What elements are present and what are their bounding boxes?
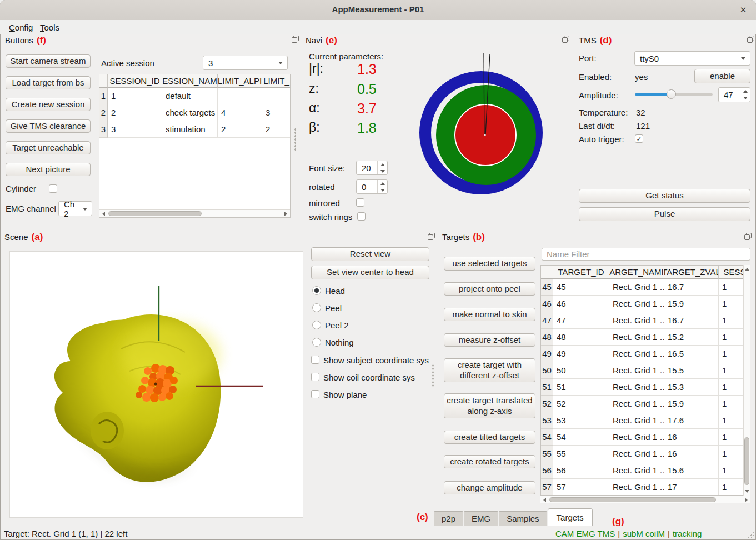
table-cell[interactable]: Rect. Grid 1 … xyxy=(609,362,664,379)
radio-peel[interactable] xyxy=(312,303,321,312)
table-cell[interactable]: 2 xyxy=(218,121,262,138)
row-header[interactable]: 46 xyxy=(541,296,553,312)
table-cell[interactable]: check targets xyxy=(162,104,218,121)
radio-head[interactable] xyxy=(312,286,321,295)
radio-nothing[interactable] xyxy=(312,338,321,347)
next-picture-button[interactable]: Next picture xyxy=(6,163,91,176)
create-new-session-button[interactable]: Create new session xyxy=(6,98,91,111)
table-row[interactable]: 11default xyxy=(99,88,290,104)
row-header[interactable]: 3 xyxy=(99,121,108,138)
table-cell[interactable]: 46 xyxy=(553,296,609,312)
tab-p2p[interactable]: p2p xyxy=(434,511,463,526)
table-cell[interactable]: 45 xyxy=(553,279,609,296)
create-target-translated-along-z-axis-button[interactable]: create target translated along z-axis xyxy=(444,393,535,418)
scrollbar-thumb[interactable] xyxy=(744,437,749,485)
table-cell[interactable]: Rect. Grid 1 … xyxy=(609,279,664,296)
spin-up-icon[interactable] xyxy=(740,88,750,95)
row-header[interactable]: 54 xyxy=(541,429,553,446)
table-cell[interactable]: Rect. Grid 1 … xyxy=(609,329,664,346)
amplitude-spinner[interactable]: 47 xyxy=(718,87,750,102)
scroll-left-icon[interactable] xyxy=(102,212,105,216)
row-header[interactable]: 53 xyxy=(541,412,553,429)
table-row[interactable]: 5656Rect. Grid 1 …15.61 xyxy=(541,462,750,479)
table-cell[interactable]: 47 xyxy=(553,312,609,329)
give-tms-clearance-button[interactable]: Give TMS clearance xyxy=(6,119,91,133)
name-filter-input[interactable] xyxy=(542,248,750,261)
spin-up-icon[interactable] xyxy=(378,161,387,168)
spin-down-icon[interactable] xyxy=(740,95,750,102)
table-cell[interactable]: Rect. Grid 1 … xyxy=(609,429,664,446)
change-amplitude-button[interactable]: change amplitude xyxy=(444,481,535,494)
float-dock-icon[interactable] xyxy=(428,233,435,240)
table-cell[interactable]: 49 xyxy=(553,346,609,362)
scroll-up-icon[interactable] xyxy=(745,268,749,271)
set-view-center-button[interactable]: Set view center to head xyxy=(311,266,429,279)
scroll-down-icon[interactable] xyxy=(745,490,749,493)
table-cell[interactable]: 16 xyxy=(664,446,719,462)
row-header[interactable]: 50 xyxy=(541,362,553,379)
table-cell[interactable]: 48 xyxy=(553,329,609,346)
table-cell[interactable]: default xyxy=(162,88,218,104)
row-header[interactable]: 1 xyxy=(99,88,108,104)
table-cell[interactable]: Rect. Grid 1 … xyxy=(609,312,664,329)
targets-table-hscrollbar[interactable] xyxy=(540,496,750,503)
table-cell[interactable]: 2 xyxy=(108,104,162,121)
spin-down-icon[interactable] xyxy=(378,187,387,193)
splitter-handle-horizontal[interactable] xyxy=(437,226,453,228)
table-cell[interactable]: 15.3 xyxy=(664,379,719,396)
emg-channel-select[interactable]: Ch 2 xyxy=(58,201,92,216)
create-rotated-targets-button[interactable]: create rotated targets xyxy=(444,455,535,468)
rotated-spinner[interactable]: 0 xyxy=(356,179,388,194)
table-row[interactable]: 5151Rect. Grid 1 …15.31 xyxy=(541,379,750,396)
create-target-with-different-z-offset-button[interactable]: create target with different z-offset xyxy=(444,358,535,382)
table-cell[interactable]: 15.9 xyxy=(664,396,719,412)
scene-3d-view[interactable] xyxy=(9,251,303,518)
table-cell[interactable]: stimulation xyxy=(162,121,218,138)
table-cell[interactable]: Rect. Grid 1 … xyxy=(609,296,664,312)
column-header-target-zval[interactable]: TARGET_ZVAL xyxy=(664,266,719,279)
resize-grip-icon[interactable] xyxy=(747,531,754,538)
column-header-row-number[interactable] xyxy=(99,74,108,88)
table-cell[interactable] xyxy=(262,88,291,104)
table-cell[interactable]: 50 xyxy=(553,362,609,379)
splitter-handle-vertical[interactable] xyxy=(432,364,434,387)
checkbox-show-coil-coordinate-sys[interactable] xyxy=(311,373,319,381)
table-cell[interactable]: 52 xyxy=(553,396,609,412)
targets-table[interactable]: TARGET_IDARGET_NAMITARGET_ZVALSESS4545Re… xyxy=(540,265,750,496)
use-selected-targets-button[interactable]: use selected targets xyxy=(444,257,535,271)
menu-item-tools[interactable]: Tools xyxy=(37,22,63,33)
table-cell[interactable]: 15.9 xyxy=(664,296,719,312)
project-onto-peel-button[interactable]: project onto peel xyxy=(444,282,535,296)
table-cell[interactable]: 57 xyxy=(553,479,609,496)
table-cell[interactable]: Rect. Grid 1 … xyxy=(609,479,664,496)
column-header-arget-nami[interactable]: ARGET_NAMI xyxy=(609,266,664,279)
row-header[interactable]: 57 xyxy=(541,479,553,496)
table-row[interactable]: 4545Rect. Grid 1 …16.71 xyxy=(541,279,750,296)
row-header[interactable]: 48 xyxy=(541,329,553,346)
scroll-right-icon[interactable] xyxy=(745,498,748,502)
target-unreachable-button[interactable]: Target unreachable xyxy=(6,141,91,154)
table-row[interactable]: 22check targets43 xyxy=(99,104,290,121)
reset-view-button[interactable]: Reset view xyxy=(311,247,429,261)
table-row[interactable]: 5252Rect. Grid 1 …15.91 xyxy=(541,396,750,412)
table-cell[interactable]: 53 xyxy=(553,412,609,429)
start-camera-stream-button[interactable]: Start camera stream xyxy=(6,54,91,68)
row-header[interactable]: 49 xyxy=(541,346,553,362)
table-row[interactable]: 5050Rect. Grid 1 …15.51 xyxy=(541,362,750,379)
enable-button[interactable]: enable xyxy=(694,69,750,83)
column-header-row-number[interactable] xyxy=(541,266,553,279)
switch-rings-checkbox[interactable] xyxy=(357,212,366,221)
tab-samples[interactable]: Samples xyxy=(499,511,547,526)
menu-item-config[interactable]: Config xyxy=(6,22,36,33)
table-cell[interactable]: Rect. Grid 1 … xyxy=(609,379,664,396)
create-tilted-targets-button[interactable]: create tilted targets xyxy=(444,431,535,444)
table-row[interactable]: 4747Rect. Grid 1 …16.71 xyxy=(541,312,750,329)
row-header[interactable]: 56 xyxy=(541,462,553,479)
targets-table-vscrollbar[interactable] xyxy=(743,265,750,496)
table-cell[interactable]: 15.6 xyxy=(664,462,719,479)
float-dock-icon[interactable] xyxy=(744,233,752,240)
table-row[interactable]: 5353Rect. Grid 1 …17.61 xyxy=(541,412,750,429)
checkbox-show-plane[interactable] xyxy=(311,390,319,398)
table-cell[interactable]: 16.5 xyxy=(664,346,719,362)
make-normal-to-skin-button[interactable]: make normal to skin xyxy=(444,308,535,321)
